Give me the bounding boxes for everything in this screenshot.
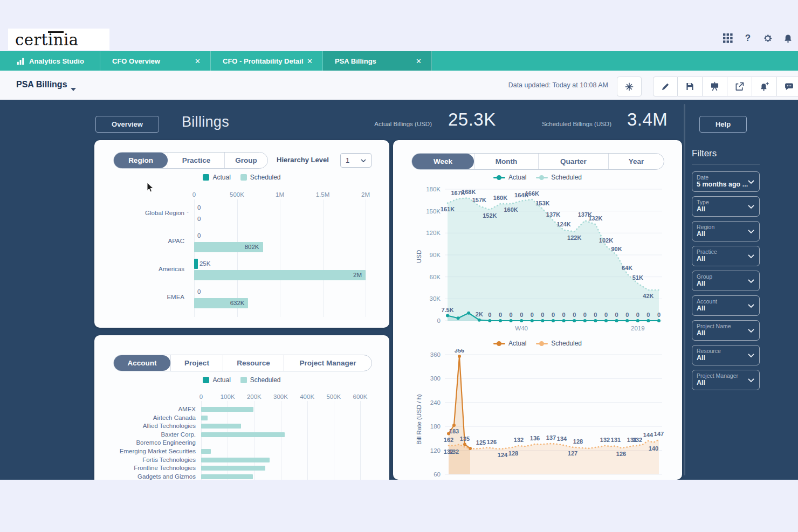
legend-item-scheduled: Scheduled	[240, 376, 281, 384]
present-button[interactable]	[703, 77, 727, 96]
point-label: 7.5K	[441, 307, 453, 313]
data-point[interactable]	[657, 319, 661, 322]
segment-year[interactable]: Year	[608, 154, 664, 169]
bar-scheduled[interactable]: 632K	[194, 298, 248, 308]
segment-practice[interactable]: Practice	[168, 153, 224, 168]
data-point[interactable]	[520, 319, 523, 322]
tab-bar: Analytics StudioCFO Overview✕CFO - Profi…	[0, 51, 798, 71]
save-button[interactable]	[678, 77, 703, 96]
data-point[interactable]	[636, 319, 639, 322]
segment-project[interactable]: Project	[170, 355, 223, 371]
bar-scheduled[interactable]: 802K	[194, 242, 263, 252]
tab-cfo-profitability-detail[interactable]: CFO - Profitability Detail✕	[211, 51, 323, 71]
data-point[interactable]	[562, 319, 566, 322]
subscribe-bell-plus-button[interactable]	[752, 77, 777, 96]
bar-scheduled[interactable]	[201, 474, 253, 479]
x-tick: 100K	[221, 393, 235, 400]
bar-scheduled[interactable]	[201, 432, 285, 437]
filter-project-name[interactable]: Project NameAll	[692, 320, 760, 341]
data-point[interactable]	[615, 319, 618, 322]
data-point[interactable]	[552, 319, 555, 322]
segment-quarter[interactable]: Quarter	[538, 154, 608, 169]
data-point[interactable]	[531, 319, 534, 322]
data-point[interactable]	[463, 443, 466, 446]
help-button[interactable]: Help	[699, 116, 747, 133]
segment-week[interactable]: Week	[412, 154, 474, 169]
overview-button[interactable]: Overview	[95, 116, 159, 133]
data-point[interactable]	[452, 424, 456, 427]
bar-actual[interactable]	[194, 259, 198, 269]
bill-rate-line-chart[interactable]: 6012018024030036013213212512612412813213…	[393, 349, 682, 480]
edit-pencil-button[interactable]	[653, 77, 678, 96]
chevron-down-icon[interactable]	[71, 84, 76, 93]
data-point[interactable]	[510, 319, 513, 322]
segment-project-manager[interactable]: Project Manager	[284, 355, 372, 371]
data-updated-text: Data updated: Today at 10:08 AM	[508, 81, 608, 89]
data-point[interactable]	[573, 319, 576, 322]
dashboard-title[interactable]: PSA Billings	[16, 80, 67, 89]
legend-line-swatch	[493, 177, 505, 178]
category-label: Frontline Technologies	[94, 465, 196, 472]
segment-month[interactable]: Month	[474, 154, 538, 169]
y-tick: 180	[430, 423, 441, 430]
filter-region[interactable]: RegionAll	[692, 221, 760, 241]
y-tick: 150K	[426, 208, 441, 215]
notifications-bell-icon[interactable]	[782, 32, 794, 44]
filter-project-manager[interactable]: Project ManagerAll	[692, 370, 760, 390]
data-point[interactable]	[478, 319, 481, 322]
tab-cfo-overview[interactable]: CFO Overview✕	[100, 51, 211, 71]
data-point[interactable]	[541, 319, 544, 322]
close-tab-icon[interactable]: ✕	[192, 57, 203, 65]
x-tick: 200K	[247, 393, 262, 400]
einstein-sparkle-button[interactable]	[617, 77, 642, 96]
filter-type[interactable]: TypeAll	[692, 196, 760, 217]
hierarchy-level-select[interactable]: 1	[340, 153, 372, 168]
help-icon[interactable]: ?	[742, 32, 754, 44]
filter-account[interactable]: AccountAll	[692, 295, 760, 316]
legend-label: Scheduled	[250, 174, 281, 181]
tab-analytics-studio[interactable]: Analytics Studio	[0, 51, 100, 71]
data-point[interactable]	[469, 447, 472, 450]
data-point[interactable]	[488, 319, 491, 322]
comments-chat-button[interactable]	[777, 77, 798, 96]
legend-label: Scheduled	[551, 340, 582, 347]
data-point[interactable]	[458, 355, 461, 358]
bar-scheduled[interactable]	[201, 424, 241, 429]
close-tab-icon[interactable]: ✕	[305, 57, 315, 65]
close-tab-icon[interactable]: ✕	[414, 57, 424, 65]
category-label: Airtech Canada	[94, 414, 196, 422]
filter-group[interactable]: GroupAll	[692, 271, 760, 291]
data-point[interactable]	[604, 319, 608, 322]
scrollbar-track[interactable]	[684, 104, 685, 475]
filter-practice[interactable]: PracticeAll	[692, 246, 760, 266]
data-point[interactable]	[625, 319, 629, 322]
bar-scheduled[interactable]	[201, 449, 211, 454]
segment-group[interactable]: Group	[224, 153, 267, 168]
bar-scheduled[interactable]	[201, 407, 253, 412]
data-point[interactable]	[457, 316, 460, 320]
share-button[interactable]	[727, 77, 752, 96]
legend-label: Actual	[212, 376, 230, 384]
data-point[interactable]	[646, 319, 650, 322]
weekly-billings-line-chart[interactable]: 030K60K90K120K150K180K161K167K168K157K15…	[393, 182, 682, 338]
filter-resource[interactable]: ResourceAll	[692, 345, 760, 365]
segment-region[interactable]: Region	[114, 153, 168, 168]
filter-date[interactable]: Date5 months ago ...	[692, 171, 760, 192]
data-point[interactable]	[594, 319, 597, 322]
settings-gear-icon[interactable]	[762, 32, 774, 44]
segment-account[interactable]: Account	[114, 355, 170, 371]
bar-scheduled[interactable]	[201, 416, 208, 420]
data-point[interactable]	[467, 312, 470, 315]
bar-scheduled[interactable]: 2M	[194, 270, 366, 280]
chevron-down-icon	[748, 378, 754, 383]
bar-scheduled[interactable]	[201, 458, 270, 462]
tab-psa-billings[interactable]: PSA Billings✕	[323, 51, 432, 71]
data-point[interactable]	[446, 314, 449, 317]
data-point[interactable]	[499, 319, 502, 322]
gridline	[307, 401, 308, 480]
point-label: 136	[530, 435, 540, 441]
data-point[interactable]	[583, 319, 587, 322]
segment-resource[interactable]: Resource	[223, 355, 284, 371]
app-launcher-icon[interactable]	[722, 32, 734, 44]
bar-scheduled[interactable]	[201, 466, 265, 471]
